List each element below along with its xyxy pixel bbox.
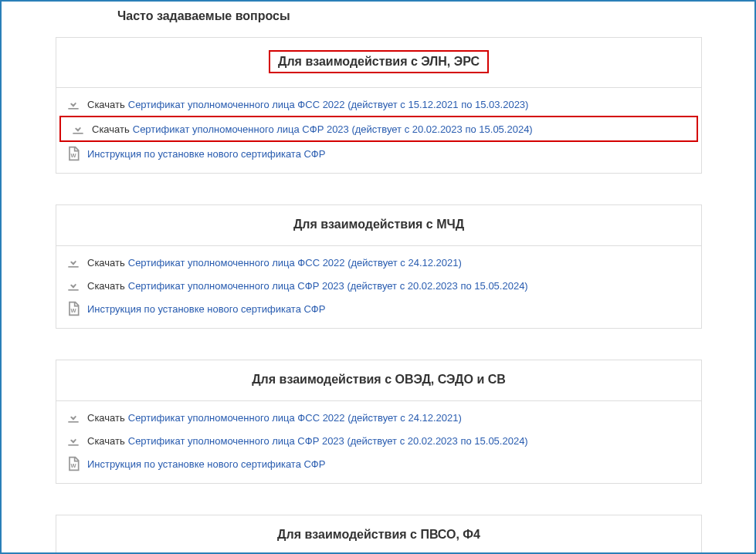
download-row: СкачатьСертификат уполномоченного лица Ф… <box>56 93 701 116</box>
download-row: WИнструкция по установке нового сертифик… <box>56 142 701 165</box>
download-icon <box>70 121 86 137</box>
download-link[interactable]: Сертификат уполномоченного лица ФСС 2022… <box>128 99 529 110</box>
section: Для взаимодействия с ПВСО, Ф4СкачатьСерт… <box>56 515 702 554</box>
download-prefix: Скачать <box>92 123 130 135</box>
section-body: СкачатьСертификат уполномоченного лица Ф… <box>56 87 701 173</box>
section-body: СкачатьСертификат уполномоченного лица Ф… <box>56 245 701 328</box>
download-row: WИнструкция по установке нового сертифик… <box>56 452 701 475</box>
word-doc-icon: W <box>66 146 81 161</box>
download-row: WИнструкция по установке нового сертифик… <box>56 297 701 320</box>
section: Для взаимодействия с ЭЛН, ЭРССкачатьСерт… <box>56 37 702 174</box>
section-header: Для взаимодействия с ЭЛН, ЭРС <box>56 38 701 87</box>
download-link[interactable]: Сертификат уполномоченного лица СФР 2023… <box>133 123 533 135</box>
download-row: СкачатьСертификат уполномоченного лица С… <box>59 116 698 142</box>
download-prefix: Скачать <box>87 412 125 424</box>
section-title: Для взаимодействия с МЧД <box>293 218 464 231</box>
word-doc-icon: W <box>66 456 81 471</box>
download-link[interactable]: Инструкция по установке нового сертифика… <box>87 148 325 160</box>
download-icon <box>66 410 81 425</box>
svg-text:W: W <box>70 307 76 314</box>
section-header: Для взаимодействия с МЧД <box>56 205 701 245</box>
download-row: СкачатьСертификат уполномоченного лица С… <box>56 429 701 452</box>
download-link[interactable]: Инструкция по установке нового сертифика… <box>87 458 325 470</box>
download-row: СкачатьСертификат уполномоченного лица С… <box>56 274 701 297</box>
section: Для взаимодействия с МЧДСкачатьСертифика… <box>56 204 702 329</box>
download-link[interactable]: Сертификат уполномоченного лица ФСС 2022… <box>128 257 462 269</box>
page-frame: Часто задаваемые вопросы Для взаимодейст… <box>0 0 756 554</box>
download-icon <box>66 96 81 112</box>
download-link[interactable]: Сертификат уполномоченного лица ФСС 2022… <box>128 412 462 424</box>
download-prefix: Скачать <box>87 280 125 292</box>
section-body: СкачатьСертификат уполномоченного лица Ф… <box>56 400 701 483</box>
download-icon <box>66 433 81 448</box>
download-prefix: Скачать <box>87 435 125 447</box>
page-title: Часто задаваемые вопросы <box>117 9 747 23</box>
download-row: СкачатьСертификат уполномоченного лица Ф… <box>56 251 701 274</box>
sections-container: Для взаимодействия с ЭЛН, ЭРССкачатьСерт… <box>9 37 747 554</box>
section-header: Для взаимодействия с ОВЭД, СЭДО и СВ <box>56 360 701 400</box>
download-icon <box>66 255 81 270</box>
section-title: Для взаимодействия с ПВСО, Ф4 <box>277 528 480 541</box>
download-row: СкачатьСертификат уполномоченного лица Ф… <box>56 406 701 429</box>
word-doc-icon: W <box>66 301 81 316</box>
section-header: Для взаимодействия с ПВСО, Ф4 <box>56 515 701 554</box>
download-link[interactable]: Сертификат уполномоченного лица СФР 2023… <box>128 435 528 447</box>
section: Для взаимодействия с ОВЭД, СЭДО и СВСкач… <box>56 360 702 484</box>
download-link[interactable]: Сертификат уполномоченного лица СФР 2023… <box>128 280 528 292</box>
download-icon <box>66 278 81 293</box>
download-link[interactable]: Инструкция по установке нового сертифика… <box>87 303 325 315</box>
svg-text:W: W <box>70 152 76 159</box>
section-title: Для взаимодействия с ЭЛН, ЭРС <box>269 50 489 73</box>
download-prefix: Скачать <box>87 99 125 110</box>
section-title: Для взаимодействия с ОВЭД, СЭДО и СВ <box>252 373 506 386</box>
download-prefix: Скачать <box>87 257 125 269</box>
svg-text:W: W <box>70 462 76 469</box>
